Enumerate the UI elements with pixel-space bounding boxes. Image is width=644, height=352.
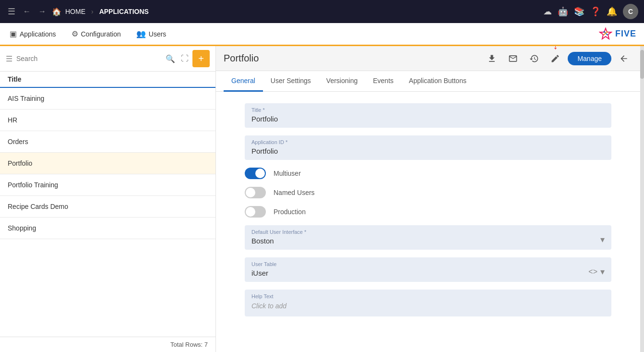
sidebar: ☰ 🔍 ⛶ + Title AIS Training HR Orders Por… (0, 46, 216, 352)
title-field: Title * Portfolio (245, 103, 611, 128)
menu-icon[interactable]: ☰ (6, 4, 17, 19)
add-button[interactable]: + (192, 50, 210, 67)
main-layout: ☰ 🔍 ⛶ + Title AIS Training HR Orders Por… (0, 46, 644, 352)
books-icon[interactable]: 📚 (574, 6, 584, 17)
tab-general[interactable]: General (224, 71, 263, 92)
five-logo-icon (599, 27, 612, 41)
help-text-field[interactable]: Help Text Click to add (245, 290, 611, 316)
list-item[interactable]: HR (0, 109, 215, 131)
avatar[interactable]: C (623, 4, 638, 19)
sidebar-item-users[interactable]: 👥 Users (134, 29, 168, 38)
multiuser-label: Multiuser (274, 170, 301, 177)
sidebar-search-bar: ☰ 🔍 ⛶ + (0, 46, 215, 72)
default-ui-value[interactable]: Boston (251, 237, 600, 245)
top-navigation: ☰ ← → 🏠 HOME › APPLICATIONS ☁ 🤖 📚 ❓ 🔔 C (0, 0, 644, 23)
named-users-toggle-row: Named Users (245, 187, 611, 198)
content-header: Portfolio ↓ Manage (216, 46, 640, 71)
back-nav-icon[interactable]: ← (21, 5, 33, 18)
list-item-active[interactable]: Portfolio (0, 153, 215, 174)
multiuser-toggle-row: Multiuser (245, 168, 611, 179)
sidebar-item-applications[interactable]: ▣ Applications (8, 29, 58, 38)
list-item[interactable]: Recipe Cards Demo (0, 196, 215, 218)
download-button[interactable] (483, 50, 501, 67)
sidebar-item-configuration[interactable]: ⚙ Configuration (70, 29, 123, 38)
edit-button-wrapper: ↓ (547, 50, 564, 67)
user-table-field: User Table iUser <> ▾ (245, 257, 611, 282)
production-label: Production (274, 208, 306, 216)
filter-icon[interactable]: ☰ (6, 54, 12, 63)
default-ui-chevron-icon[interactable]: ▾ (600, 234, 605, 245)
tab-versioning[interactable]: Versioning (319, 71, 365, 92)
tab-user-settings[interactable]: User Settings (263, 71, 319, 92)
manage-button[interactable]: Manage (568, 52, 611, 65)
users-label: Users (149, 30, 167, 38)
application-id-field: Application ID * Portfolio (245, 135, 611, 160)
nav-separator: › (91, 8, 94, 15)
multiuser-toggle[interactable] (245, 168, 266, 179)
form-area: Title * Portfolio Application ID * Portf… (216, 92, 640, 352)
sub-navigation: ▣ Applications ⚙ Configuration 👥 Users F… (0, 23, 644, 46)
search-icon[interactable]: 🔍 (166, 54, 175, 63)
five-logo-text: FIVE (615, 29, 636, 39)
tab-application-buttons[interactable]: Application Buttons (401, 71, 474, 92)
list-item[interactable]: AIS Training (0, 88, 215, 109)
title-field-label: Title * (251, 107, 605, 113)
named-users-label: Named Users (274, 189, 315, 196)
production-toggle[interactable] (245, 206, 266, 218)
help-icon[interactable]: ❓ (590, 6, 601, 17)
applications-icon: ▣ (10, 29, 17, 38)
users-icon: 👥 (136, 29, 146, 38)
search-input[interactable] (16, 55, 162, 62)
content-header-actions: ↓ Manage (483, 50, 632, 67)
sidebar-table-header: Title (0, 72, 215, 88)
title-field-value[interactable]: Portfolio (251, 115, 605, 123)
applications-label: Applications (20, 30, 56, 38)
production-toggle-row: Production (245, 206, 611, 218)
configuration-icon: ⚙ (72, 29, 78, 38)
list-item[interactable]: Shopping (0, 218, 215, 239)
help-text-value[interactable]: Click to add (251, 302, 605, 310)
forward-nav-icon[interactable]: → (36, 5, 48, 18)
support-icon[interactable]: ☁ (543, 6, 552, 17)
home-nav-label[interactable]: HOME (65, 8, 85, 15)
back-button[interactable] (615, 50, 632, 67)
history-button[interactable] (525, 50, 543, 67)
nav-right-actions: ☁ 🤖 📚 ❓ 🔔 C (543, 4, 638, 19)
home-nav-icon: 🏠 (52, 7, 61, 16)
notifications-icon[interactable]: 🔔 (607, 6, 617, 17)
application-id-value[interactable]: Portfolio (251, 147, 605, 155)
user-table-value[interactable]: iUser (251, 269, 588, 277)
default-ui-label: Default User Interface * (251, 229, 600, 235)
content-area: Portfolio ↓ Manage (216, 46, 640, 352)
configuration-label: Configuration (81, 30, 121, 38)
tab-events[interactable]: Events (365, 71, 401, 92)
sidebar-list: AIS Training HR Orders Portfolio Portfol… (0, 88, 215, 337)
expand-icon[interactable]: ⛶ (181, 54, 189, 63)
application-id-label: Application ID * (251, 139, 605, 145)
user-table-chevron-icon[interactable]: ▾ (600, 267, 605, 277)
sidebar-footer: Total Rows: 7 (0, 337, 215, 352)
list-item[interactable]: Orders (0, 131, 215, 153)
content-tabs: General User Settings Versioning Events … (216, 71, 640, 92)
scrollbar-thumb[interactable] (640, 50, 644, 79)
page-title: Portfolio (224, 53, 479, 64)
user-table-label: User Table (251, 261, 588, 267)
applications-nav-label[interactable]: APPLICATIONS (99, 8, 149, 15)
edit-button[interactable] (547, 50, 564, 67)
default-ui-field: Default User Interface * Boston ▾ (245, 225, 611, 250)
share-button[interactable] (504, 50, 522, 67)
named-users-toggle[interactable] (245, 187, 266, 198)
help-text-label: Help Text (251, 293, 605, 299)
code-icon[interactable]: <> (588, 267, 597, 276)
five-logo: FIVE (599, 27, 636, 41)
list-item[interactable]: Portfolio Training (0, 174, 215, 196)
bot-icon[interactable]: 🤖 (558, 6, 568, 17)
scrollbar[interactable] (640, 46, 644, 352)
